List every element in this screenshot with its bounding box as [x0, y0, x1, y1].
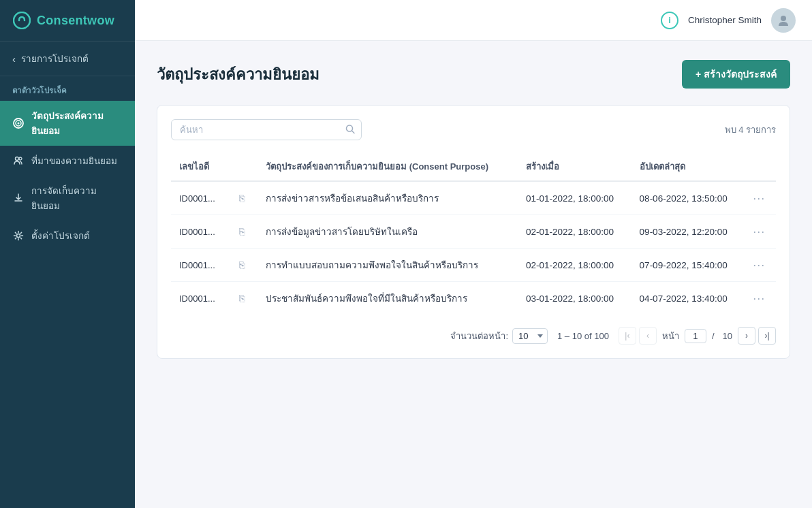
- sidebar: Consentwow ‹ รายการโปรเจกต์ ตาต้าวัวโปรเ…: [0, 0, 135, 508]
- page-content: วัตถุประสงค์ความยินยอม + สร้างวัตถุประสง…: [135, 41, 812, 508]
- gear-icon: [12, 229, 25, 242]
- cell-actions: ···: [745, 282, 776, 315]
- table-row: ID0001... ⎘ การส่งข้อมูลข่าวสารโดยบริษัท…: [171, 215, 776, 249]
- next-page-button[interactable]: ›: [738, 327, 755, 345]
- cell-copy: ⎘: [228, 282, 258, 315]
- back-arrow-icon: ‹: [12, 53, 16, 65]
- table-row: ID0001... ⎘ การทำแบบสอบถามความพึงพอใจในส…: [171, 249, 776, 282]
- column-header-copy: [228, 153, 258, 181]
- header: i Christopher Smith: [135, 0, 812, 41]
- cell-updated: 09-03-2022, 12:20:00: [631, 215, 745, 249]
- search-input[interactable]: [171, 119, 362, 140]
- copy-icon[interactable]: ⎘: [236, 258, 247, 272]
- cell-actions: ···: [745, 215, 776, 249]
- info-button[interactable]: i: [661, 12, 678, 29]
- per-page-control: จำนวนต่อหน้า: 102050100: [450, 328, 548, 344]
- cell-purpose: การส่งข่าวสารหรือข้อเสนอสินค้าหรือบริการ: [257, 181, 518, 215]
- first-page-icon: |‹: [625, 331, 629, 340]
- sidebar-item-consent-storage[interactable]: การจัดเก็บความยินยอม: [0, 176, 135, 221]
- search-bar: พบ 4 รายการ: [171, 119, 776, 140]
- sidebar-item-consent-object[interactable]: วัตถุประสงค์ความยินยอม: [0, 101, 135, 146]
- last-page-icon: ›|: [764, 331, 769, 340]
- more-options-button[interactable]: ···: [753, 225, 765, 238]
- avatar[interactable]: [771, 8, 796, 33]
- last-page-button[interactable]: ›|: [758, 327, 776, 345]
- per-page-select[interactable]: 102050100: [512, 328, 548, 344]
- cell-created: 03-01-2022, 18:00:00: [518, 282, 631, 315]
- copy-icon[interactable]: ⎘: [236, 291, 247, 305]
- table-container: พบ 4 รายการ เลขไอดี วัตถุประสงค์ของการเก…: [157, 105, 790, 359]
- sidebar-back-button[interactable]: ‹ รายการโปรเจกต์: [0, 42, 135, 76]
- sidebar-item-label: ที่มาของความยินยอม: [31, 153, 117, 168]
- table-row: ID0001... ⎘ การส่งข่าวสารหรือข้อเสนอสินค…: [171, 181, 776, 215]
- per-page-label: จำนวนต่อหน้า:: [450, 329, 508, 343]
- cell-updated: 04-07-2022, 13:40:00: [631, 282, 745, 315]
- cell-purpose: ประชาสัมพันธ์ความพึงพอใจที่มีในสินค้าหรื…: [257, 282, 518, 315]
- cell-copy: ⎘: [228, 249, 258, 282]
- logo-icon: [12, 11, 31, 30]
- search-icon: [345, 124, 355, 136]
- first-page-button[interactable]: |‹: [619, 327, 636, 345]
- svg-point-6: [17, 234, 20, 238]
- column-header-id: เลขไอดี: [171, 153, 228, 181]
- page-header: วัตถุประสงค์ความยินยอม + สร้างวัตถุประสง…: [157, 60, 790, 89]
- sidebar-item-consent-location[interactable]: ที่มาของความยินยอม: [0, 146, 135, 176]
- pagination: จำนวนต่อหน้า: 102050100 1 – 10 of 100 |‹…: [171, 327, 776, 345]
- cell-id: ID0001...: [171, 215, 228, 249]
- cell-purpose: การทำแบบสอบถามความพึงพอใจในสินค้าหรือบริ…: [257, 249, 518, 282]
- info-icon: i: [668, 15, 671, 25]
- sidebar-item-label: วัตถุประสงค์ความยินยอม: [31, 108, 123, 138]
- sidebar-back-label: รายการโปรเจกต์: [21, 51, 89, 66]
- column-header-updated: อัปเดตล่าสุด: [631, 153, 745, 181]
- cell-updated: 07-09-2022, 15:40:00: [631, 249, 745, 282]
- logo-text: Consentwow: [37, 14, 114, 28]
- svg-point-0: [14, 12, 30, 29]
- main-content: i Christopher Smith วัตถุประสงค์ความยินย…: [135, 0, 812, 508]
- total-pages: 10: [723, 331, 732, 341]
- cell-created: 01-01-2022, 18:00:00: [518, 181, 631, 215]
- cell-created: 02-01-2022, 18:00:00: [518, 249, 631, 282]
- column-header-actions: [745, 153, 776, 181]
- cell-id: ID0001...: [171, 249, 228, 282]
- prev-page-button[interactable]: ‹: [639, 327, 657, 345]
- cell-purpose: การส่งข้อมูลข่าวสารโดยบริษัทในเครือ: [257, 215, 518, 249]
- column-header-created: สร้างเมื่อ: [518, 153, 631, 181]
- pagination-nav: |‹ ‹ หน้า / 10 › ›|: [619, 327, 776, 345]
- sidebar-section-label: ตาต้าวัวโปรเจ็ค: [0, 76, 135, 101]
- more-options-button[interactable]: ···: [753, 291, 765, 305]
- create-button[interactable]: + สร้างวัตถุประสงค์: [682, 60, 790, 89]
- sidebar-item-project-settings[interactable]: ตั้งค่าโปรเจกต์: [0, 221, 135, 251]
- page-separator: /: [712, 331, 715, 341]
- table-header-row: เลขไอดี วัตถุประสงค์ของการเก็บความยินยอม…: [171, 153, 776, 181]
- page-label: หน้า: [662, 329, 679, 343]
- more-options-button[interactable]: ···: [753, 258, 765, 272]
- svg-point-3: [18, 123, 20, 125]
- cell-id: ID0001...: [171, 181, 228, 215]
- copy-icon[interactable]: ⎘: [236, 225, 247, 238]
- cell-actions: ···: [745, 181, 776, 215]
- next-page-icon: ›: [745, 331, 748, 340]
- cell-id: ID0001...: [171, 282, 228, 315]
- user-name: Christopher Smith: [688, 15, 762, 25]
- copy-icon[interactable]: ⎘: [236, 191, 247, 205]
- cell-copy: ⎘: [228, 215, 258, 249]
- svg-point-4: [16, 157, 19, 161]
- table-row: ID0001... ⎘ ประชาสัมพันธ์ความพึงพอใจที่ม…: [171, 282, 776, 315]
- users-icon: [12, 155, 25, 167]
- target-icon: [12, 117, 25, 129]
- result-count: พบ 4 รายการ: [725, 123, 776, 137]
- cell-copy: ⎘: [228, 181, 258, 215]
- column-header-purpose: วัตถุประสงค์ของการเก็บความยินยอม (Consen…: [257, 153, 518, 181]
- svg-point-7: [781, 16, 786, 21]
- page-input[interactable]: [685, 329, 706, 343]
- sidebar-item-label: การจัดเก็บความยินยอม: [31, 183, 123, 213]
- search-input-wrap: [171, 119, 362, 140]
- cell-created: 02-01-2022, 18:00:00: [518, 215, 631, 249]
- prev-page-icon: ‹: [646, 331, 649, 340]
- page-title: วัตถุประสงค์ความยินยอม: [157, 63, 319, 86]
- data-table: เลขไอดี วัตถุประสงค์ของการเก็บความยินยอม…: [171, 153, 776, 315]
- cell-updated: 08-06-2022, 13:50:00: [631, 181, 745, 215]
- more-options-button[interactable]: ···: [753, 191, 765, 205]
- sidebar-logo: Consentwow: [0, 0, 135, 42]
- download-icon: [12, 192, 25, 204]
